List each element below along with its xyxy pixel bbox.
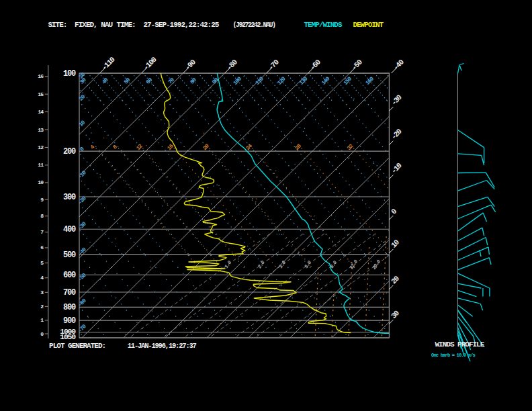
svg-text:TEMP/WINDS: TEMP/WINDS [304,21,343,29]
svg-text:DEWPOINT: DEWPOINT [353,21,384,29]
svg-text:TIME:: TIME: [117,21,136,29]
svg-text:600: 600 [63,271,76,280]
svg-text:13: 13 [38,127,44,133]
svg-text:500: 500 [63,250,76,260]
svg-text:27-SEP-1992,22:42:25: 27-SEP-1992,22:42:25 [143,21,219,29]
svg-text:(J9272242.NAU): (J9272242.NAU) [233,21,276,29]
svg-text:16: 16 [38,73,44,79]
svg-text:11-JAN-1996,19:27:37: 11-JAN-1996,19:27:37 [128,342,197,350]
svg-text:FIXED, NAU: FIXED, NAU [75,21,112,29]
svg-text:WINDS PROFILE: WINDS PROFILE [435,340,485,349]
svg-text:SITE:: SITE: [48,21,66,29]
svg-text:700: 700 [63,288,76,298]
svg-text:11: 11 [38,162,44,168]
svg-text:400: 400 [63,225,76,234]
svg-text:14: 14 [38,109,44,115]
svg-text:200: 200 [63,147,76,156]
svg-text:One barb = 10.0 m/s: One barb = 10.0 m/s [431,353,475,358]
svg-text:800: 800 [63,303,76,312]
svg-text:15: 15 [38,91,44,97]
svg-text:PLOT GENERATED:: PLOT GENERATED: [49,342,105,350]
svg-text:12: 12 [38,144,44,150]
svg-text:300: 300 [63,193,76,202]
svg-text:900: 900 [63,316,76,326]
svg-text:10: 10 [38,179,44,185]
svg-text:100: 100 [63,69,76,79]
svg-text:1050: 1050 [60,332,76,341]
